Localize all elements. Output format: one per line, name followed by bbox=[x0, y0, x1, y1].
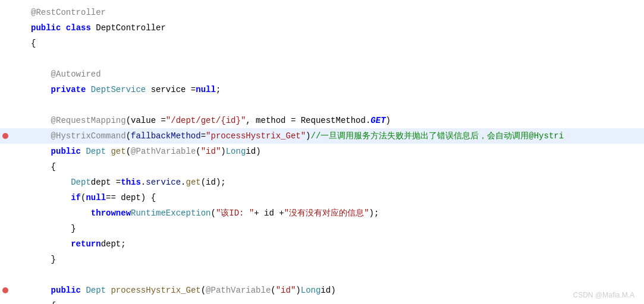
token: ( bbox=[211, 208, 215, 218]
token bbox=[106, 147, 111, 156]
token bbox=[81, 147, 86, 156]
token: processHystrix_Get bbox=[111, 286, 200, 295]
token bbox=[31, 147, 51, 156]
token: @RestController bbox=[31, 8, 106, 17]
token: private bbox=[51, 85, 86, 94]
token: ( bbox=[271, 286, 275, 295]
token bbox=[86, 85, 90, 94]
token: public bbox=[31, 23, 61, 33]
token: fallbackMethod bbox=[131, 131, 201, 141]
token: ( bbox=[126, 131, 131, 141]
code-line-16: return dept; bbox=[0, 236, 644, 252]
code-line-19: public Dept processHystrix_Get ( @PathVa… bbox=[0, 283, 644, 298]
token bbox=[31, 286, 51, 295]
token bbox=[31, 178, 71, 187]
code-line-12: Dept dept = this . service . get (id); bbox=[0, 175, 644, 190]
token: //一旦调用服务方法失败并抛出了错误信息后，会自动调用@Hystri bbox=[311, 131, 564, 141]
token bbox=[31, 208, 91, 218]
token: service = bbox=[146, 85, 196, 94]
code-line-13: if ( null == dept) { bbox=[0, 190, 644, 205]
token: dept; bbox=[101, 239, 126, 249]
line-content-8: @RequestMapping (value = "/dept/get/{id}… bbox=[24, 116, 644, 125]
token: ( bbox=[126, 147, 131, 156]
token: DeptController bbox=[91, 23, 166, 33]
token bbox=[61, 23, 65, 33]
token: @PathVariable bbox=[131, 147, 196, 156]
token: Dept bbox=[71, 178, 91, 187]
token: get bbox=[111, 147, 125, 156]
token: { bbox=[31, 39, 36, 48]
watermark-text: CSDN @Mafia.M.A bbox=[573, 291, 634, 299]
token: get bbox=[186, 178, 200, 187]
token: if bbox=[71, 193, 81, 202]
token bbox=[31, 239, 71, 249]
line-content-14: throw new RuntimeException ( "该ID: " + i… bbox=[24, 208, 644, 218]
token: Dept bbox=[86, 286, 106, 295]
line-content-2: public class DeptController bbox=[24, 23, 644, 33]
token bbox=[31, 193, 71, 202]
line-content-12: Dept dept = this . service . get (id); bbox=[24, 178, 644, 187]
code-line-20: { bbox=[0, 298, 644, 304]
token bbox=[31, 69, 51, 79]
token: (value = bbox=[126, 116, 166, 125]
token: ); bbox=[369, 208, 379, 218]
line-content-9: @HystrixCommand ( fallbackMethod = "proc… bbox=[24, 131, 644, 141]
token: ( bbox=[196, 147, 200, 156]
line-content-17: } bbox=[24, 255, 644, 264]
token: RuntimeException bbox=[131, 208, 211, 218]
code-line-7 bbox=[0, 97, 644, 113]
token: public bbox=[51, 286, 81, 295]
token: Long bbox=[301, 286, 321, 295]
token: return bbox=[71, 239, 100, 249]
token: == dept) { bbox=[106, 193, 156, 202]
code-line-2: public class DeptController bbox=[0, 20, 644, 36]
token: . bbox=[141, 178, 146, 187]
token: id) bbox=[321, 286, 335, 295]
token: @PathVariable bbox=[206, 286, 271, 295]
line-content-6: private DeptService service = null ; bbox=[24, 85, 644, 94]
line-content-15: } bbox=[24, 224, 644, 233]
breakpoint-indicator bbox=[2, 133, 8, 139]
token: "processHystrix_Get" bbox=[206, 131, 306, 141]
token: "/dept/get/{id}" bbox=[166, 116, 246, 125]
token: dept = bbox=[91, 178, 121, 187]
code-editor: @RestController public class DeptControl… bbox=[0, 0, 644, 304]
line-content-11: { bbox=[24, 162, 644, 172]
line-content-19: public Dept processHystrix_Get ( @PathVa… bbox=[24, 286, 644, 295]
token: throw bbox=[91, 208, 116, 218]
code-line-10: public Dept get ( @PathVariable ( "id" )… bbox=[0, 144, 644, 159]
token: , method = RequestMethod. bbox=[246, 116, 370, 125]
token: ) bbox=[386, 116, 391, 125]
code-line-6: private DeptService service = null ; bbox=[0, 82, 644, 97]
token: } bbox=[31, 224, 76, 233]
line-content-3: { bbox=[24, 39, 644, 48]
token bbox=[31, 85, 51, 94]
token: id) bbox=[246, 147, 260, 156]
token: this bbox=[121, 178, 141, 187]
token: . bbox=[181, 178, 186, 187]
token: } bbox=[31, 255, 56, 264]
line-content-1: @RestController bbox=[24, 8, 644, 17]
token bbox=[31, 116, 51, 125]
code-line-14: throw new RuntimeException ( "该ID: " + i… bbox=[0, 205, 644, 221]
token: ( bbox=[201, 286, 206, 295]
token: ) bbox=[306, 131, 310, 141]
code-line-15: } bbox=[0, 221, 644, 236]
token: class bbox=[66, 23, 91, 33]
token: Dept bbox=[86, 147, 106, 156]
token: @RequestMapping bbox=[51, 116, 126, 125]
token: "id" bbox=[276, 286, 296, 295]
token: null bbox=[196, 85, 216, 94]
line-content-10: public Dept get ( @PathVariable ( "id" )… bbox=[24, 147, 644, 156]
code-line-17: } bbox=[0, 252, 644, 267]
token: + id + bbox=[254, 208, 284, 218]
code-line-11: { bbox=[0, 159, 644, 175]
line-content-16: return dept; bbox=[24, 239, 644, 249]
code-line-3: { bbox=[0, 36, 644, 51]
code-line-8: @RequestMapping (value = "/dept/get/{id}… bbox=[0, 113, 644, 128]
code-line-5: @Autowired bbox=[0, 66, 644, 82]
token: @Autowired bbox=[51, 69, 101, 79]
token bbox=[31, 131, 51, 141]
token: = bbox=[201, 131, 206, 141]
token: "没有没有对应的信息" bbox=[284, 208, 369, 218]
